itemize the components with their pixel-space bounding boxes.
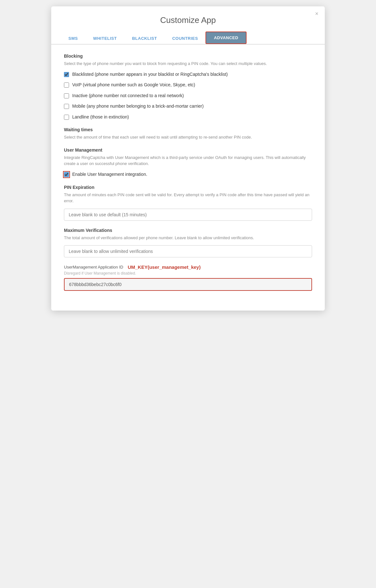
tab-countries[interactable]: COUNTRIES [164, 32, 205, 45]
tab-advanced[interactable]: ADVANCED [205, 32, 247, 44]
option-landline: Landline (those in extinction) [64, 114, 312, 120]
waiting-times-title: Waiting times [64, 127, 312, 132]
modal-title: Customize App [51, 6, 325, 32]
customize-app-modal: × Customize App SMS WHITELIST BLACKLIST … [51, 6, 325, 311]
option-user-management: Enable User Management integration. [64, 171, 312, 178]
max-verifications-input[interactable] [64, 245, 312, 257]
tab-sms[interactable]: SMS [61, 32, 86, 45]
label-voip: VoIP (virtual phone number such as Googl… [72, 82, 195, 88]
option-mobile: Mobile (any phone number belonging to a … [64, 103, 312, 110]
max-verifications-title: Maximum Verifications [64, 228, 312, 233]
user-management-desc: Integrate RingCaptcha with User Manageme… [64, 154, 312, 167]
content-area: Blocking Select the type of phone number… [51, 45, 325, 291]
user-management-section: User Management Integrate RingCaptcha wi… [64, 147, 312, 178]
tab-bar: SMS WHITELIST BLACKLIST COUNTRIES ADVANC… [51, 32, 325, 45]
pin-expiration-title: PIN Expiration [64, 185, 312, 190]
pin-expiration-input[interactable] [64, 209, 312, 221]
app-id-annotation: UM_KEY(user_managemet_key) [128, 264, 200, 270]
max-verifications-desc: The total amount of verifications allowe… [64, 235, 312, 241]
blocking-title: Blocking [64, 54, 312, 59]
checkbox-inactive[interactable] [64, 93, 69, 98]
tab-whitelist[interactable]: WHITELIST [86, 32, 125, 45]
label-inactive: Inactive (phone number not connected to … [72, 93, 184, 99]
app-id-subdesc: Disregard if User Management is disabled… [64, 271, 312, 276]
label-blacklisted: Blacklisted (phone number appears in you… [72, 71, 228, 78]
app-id-label-row: UserManagement Application ID UM_KEY(use… [64, 264, 312, 270]
close-button[interactable]: × [315, 11, 318, 17]
checkbox-voip[interactable] [64, 82, 69, 88]
checkbox-blacklisted[interactable] [64, 72, 69, 77]
option-blacklisted: Blacklisted (phone number appears in you… [64, 71, 312, 78]
user-management-title: User Management [64, 147, 312, 153]
app-id-label: UserManagement Application ID [64, 265, 123, 269]
option-inactive: Inactive (phone number not connected to … [64, 93, 312, 99]
checkbox-mobile[interactable] [64, 104, 69, 109]
max-verifications-section: Maximum Verifications The total amount o… [64, 228, 312, 258]
label-user-management: Enable User Management integration. [72, 171, 147, 178]
checkbox-user-management[interactable] [64, 172, 69, 177]
label-landline: Landline (those in extinction) [72, 114, 129, 120]
waiting-times-desc: Select the amount of time that each user… [64, 134, 312, 140]
pin-expiration-desc: The amount of minutes each PIN code sent… [64, 192, 312, 204]
checkbox-landline[interactable] [64, 115, 69, 120]
app-id-section: UserManagement Application ID UM_KEY(use… [64, 264, 312, 291]
waiting-times-section: Waiting times Select the amount of time … [64, 127, 312, 140]
pin-expiration-section: PIN Expiration The amount of minutes eac… [64, 185, 312, 221]
tab-blacklist[interactable]: BLACKLIST [124, 32, 164, 45]
blocking-desc: Select the type of phone number you want… [64, 61, 312, 67]
app-id-input[interactable] [64, 278, 312, 291]
label-mobile: Mobile (any phone number belonging to a … [72, 103, 204, 110]
option-voip: VoIP (virtual phone number such as Googl… [64, 82, 312, 88]
blocking-section: Blocking Select the type of phone number… [64, 54, 312, 120]
